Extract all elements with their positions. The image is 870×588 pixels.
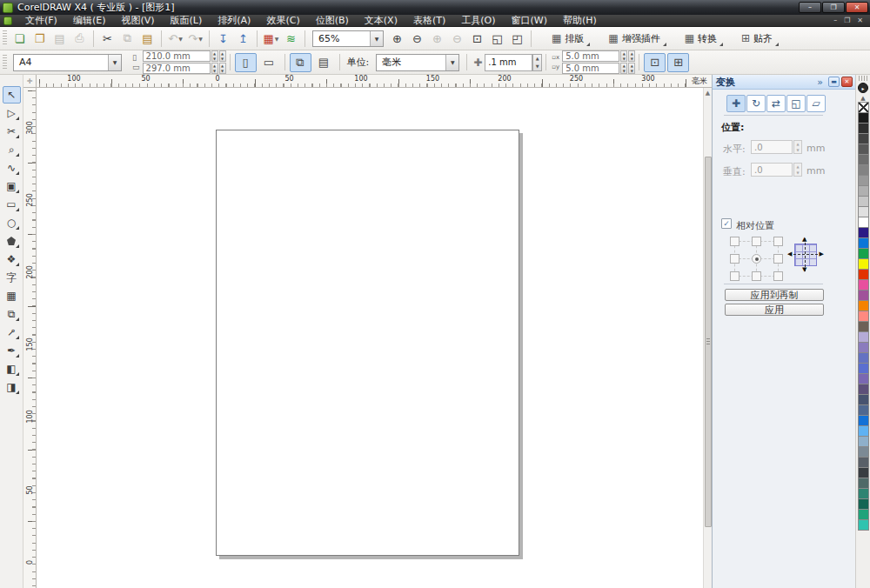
paper-width-spinner-2[interactable]: ▲▼ (219, 50, 226, 62)
polygon-tool[interactable] (3, 232, 21, 250)
text-tool[interactable]: 字 (3, 269, 21, 286)
zoom-tool[interactable]: ⌕ (3, 141, 21, 158)
doc-minimize-button[interactable]: – (833, 17, 837, 24)
ruler-origin-icon[interactable]: ✛ (23, 75, 37, 88)
current-page-button[interactable]: ▤ (313, 53, 335, 72)
landscape-button[interactable]: ▭ (258, 53, 280, 72)
save-button[interactable]: ▤ (50, 30, 69, 48)
anchor-center[interactable] (752, 254, 761, 264)
paste-button[interactable]: ▤ (138, 30, 157, 48)
paper-height-field[interactable]: 297.0 mm (143, 63, 211, 74)
doc-close-button[interactable]: ✕ (857, 17, 863, 24)
blend-tool[interactable]: ⧉ (3, 305, 21, 323)
drawing-canvas[interactable] (37, 88, 703, 588)
horizontal-ruler[interactable]: 10050050100150200250300 (37, 75, 687, 88)
vertical-value-field[interactable]: .0 (751, 163, 793, 177)
duplicate-x-spinner-2[interactable]: ▲▼ (628, 50, 635, 62)
new-document-button[interactable]: ❏ (10, 30, 29, 48)
menu-item-edit[interactable]: 编辑(E) (65, 15, 114, 27)
duplicate-y-spinner[interactable]: ▲▼ (620, 63, 627, 74)
anchor-bottom-left[interactable] (730, 271, 740, 281)
duplicate-x-field[interactable]: 5.0 mm (562, 50, 619, 62)
menu-item-layout[interactable]: 版面(L) (163, 15, 211, 27)
portrait-button[interactable]: ▯ (235, 53, 257, 72)
convert-button[interactable]: ▦转换 (677, 29, 725, 48)
scale-mirror-button[interactable]: ⇄ (766, 95, 786, 112)
page-a4[interactable] (216, 130, 519, 556)
chevron-down-icon[interactable]: ▼ (178, 36, 183, 42)
table-tool[interactable]: ▦ (3, 287, 21, 304)
interactive-fill-tool[interactable]: ◨ (3, 378, 21, 396)
anchor-top-right[interactable] (773, 237, 783, 246)
copy-button[interactable]: ⧉ (118, 30, 137, 48)
ellipse-tool[interactable]: ○ (3, 214, 21, 231)
app-launcher-button[interactable]: ▦▼ (262, 30, 280, 48)
zoom-page-button[interactable]: ⊡ (468, 30, 486, 48)
palette-flyout-button[interactable]: ▸ (858, 83, 868, 93)
cut-button[interactable]: ✂ (98, 30, 117, 48)
menu-item-window[interactable]: 窗口(W) (504, 15, 555, 27)
undo-button[interactable]: ↶▼ (166, 30, 184, 48)
vertical-scrollbar[interactable]: ▲ (703, 88, 712, 588)
menu-item-table[interactable]: 表格(T) (405, 15, 453, 27)
menu-item-file[interactable]: 文件(F) (17, 15, 65, 27)
doc-restore-button[interactable]: ❐ (844, 17, 850, 24)
pick-tool[interactable]: ↖ (3, 86, 21, 104)
horizontal-spinner[interactable]: ▲▼ (793, 140, 802, 154)
anchor-top-center[interactable] (752, 237, 761, 246)
apply-button[interactable]: 应用 (725, 304, 824, 316)
crop-tool[interactable]: ✂ (3, 123, 21, 140)
import-button[interactable]: ↧ (214, 30, 232, 48)
docker-close-button[interactable]: ✕ (841, 77, 853, 87)
menu-item-tools[interactable]: 工具(O) (453, 15, 503, 27)
anchor-middle-right[interactable] (773, 254, 783, 264)
options-button[interactable]: ≋ (282, 30, 300, 48)
fill-tool[interactable]: ◧ (3, 360, 21, 378)
chevron-down-icon[interactable]: ▼ (198, 36, 203, 42)
skew-button[interactable]: ▱ (806, 95, 826, 112)
paper-height-spinner-2[interactable]: ▲▼ (219, 63, 226, 74)
position-button[interactable]: ✚ (726, 95, 746, 112)
chevron-down-icon[interactable]: ▼ (445, 55, 458, 70)
zoom-page-height-button[interactable]: ◰ (508, 30, 526, 48)
treat-objects-as-filled-button[interactable]: ⊞ (667, 53, 689, 72)
paper-preset-combo[interactable]: A4 ▼ (13, 54, 122, 71)
rectangle-tool[interactable]: ▭ (3, 196, 21, 213)
snap-button[interactable]: ⊞贴齐 (733, 29, 780, 48)
toolbar-grip[interactable] (3, 30, 7, 46)
freehand-tool[interactable]: ∿ (3, 159, 21, 177)
shape-tool[interactable]: ▷ (3, 104, 21, 122)
minimize-button[interactable]: – (799, 2, 821, 13)
anchor-middle-left[interactable] (730, 254, 740, 264)
palette-drag-handle[interactable] (859, 76, 867, 81)
units-combo[interactable]: 毫米 ▼ (376, 54, 459, 71)
propbar-grip[interactable] (3, 55, 7, 70)
outline-pen-tool[interactable]: ✒ (3, 342, 21, 359)
restore-button[interactable]: ❐ (822, 2, 845, 13)
duplicate-y-spinner-2[interactable]: ▲▼ (628, 63, 635, 74)
scroll-up-icon[interactable]: ▲ (704, 88, 712, 98)
size-button[interactable]: ◱ (786, 95, 806, 112)
chevron-down-icon[interactable]: ▼ (108, 55, 121, 70)
apply-to-duplicate-button[interactable]: 应用到再制 (725, 289, 824, 301)
paper-width-spinner[interactable]: ▲▼ (211, 50, 218, 62)
zoom-in-button[interactable]: ⊕ (388, 30, 406, 48)
docker-flyout-chevron[interactable]: » (817, 77, 823, 88)
plugins-button[interactable]: ▦增强插件 (600, 29, 667, 48)
paper-height-spinner[interactable]: ▲▼ (211, 63, 218, 74)
chevron-down-icon[interactable]: ▼ (370, 31, 383, 46)
menu-item-view[interactable]: 视图(V) (113, 15, 162, 27)
snap-to-objects-button[interactable]: ⊡ (644, 53, 666, 72)
export-button[interactable]: ↥ (234, 30, 252, 48)
docker-minimize-button[interactable]: ▬ (828, 77, 840, 87)
zoom-selected-button[interactable]: ⊕ (428, 30, 446, 48)
vertical-ruler[interactable]: 300250200150100500 (23, 88, 37, 588)
rotate-button[interactable]: ↻ (746, 95, 766, 112)
menu-item-bitmaps[interactable]: 位图(B) (308, 15, 357, 27)
chevron-down-icon[interactable]: ▼ (275, 36, 279, 42)
open-button[interactable]: ❐ (30, 30, 49, 48)
color-swatch[interactable] (858, 519, 869, 531)
vertical-spinner[interactable]: ▲▼ (793, 163, 802, 177)
layout-button[interactable]: ▦排版 (544, 29, 592, 48)
menu-item-help[interactable]: 帮助(H) (555, 15, 605, 27)
